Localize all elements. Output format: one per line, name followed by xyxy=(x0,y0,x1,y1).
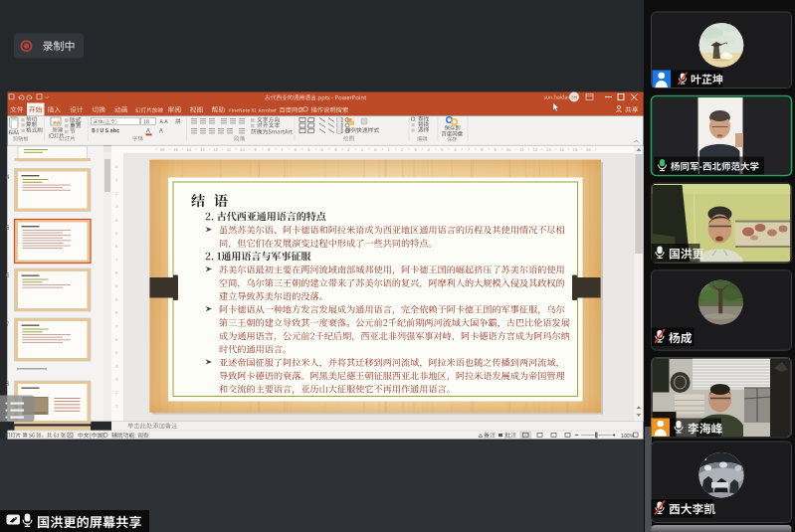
svg-text:14: 14 xyxy=(559,147,564,152)
svg-text:16: 16 xyxy=(586,147,591,152)
svg-text:13: 13 xyxy=(200,147,205,152)
svg-text:12: 12 xyxy=(532,147,537,152)
svg-text:11: 11 xyxy=(519,147,524,152)
svg-text:16: 16 xyxy=(160,147,165,152)
svg-text:12: 12 xyxy=(213,147,218,152)
svg-text:11: 11 xyxy=(227,147,232,152)
svg-text:100%: 100% xyxy=(621,433,635,439)
svg-text:15: 15 xyxy=(173,147,178,152)
svg-text:13: 13 xyxy=(546,147,551,152)
svg-text:10: 10 xyxy=(240,147,245,152)
svg-text:15: 15 xyxy=(573,147,578,152)
svg-text:10: 10 xyxy=(506,147,511,152)
svg-text:14: 14 xyxy=(187,147,192,152)
